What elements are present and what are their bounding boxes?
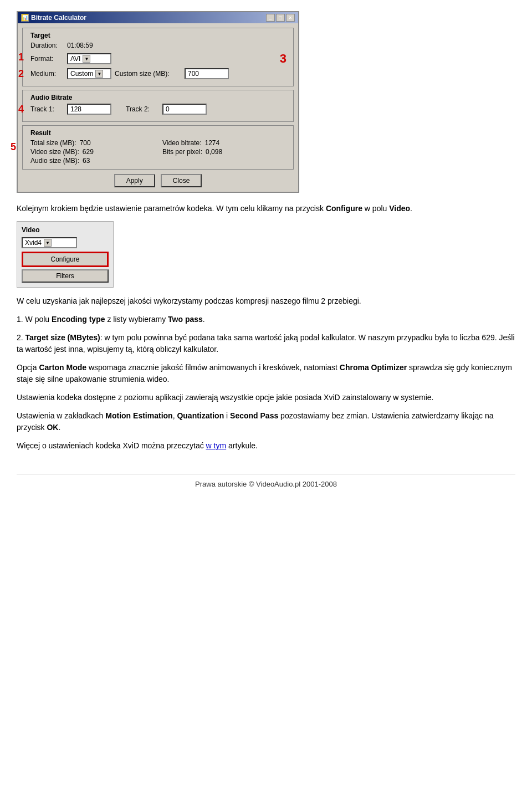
p1-dot: . [410,204,412,213]
marker-5: 5 [11,141,16,153]
marker-2: 2 [18,68,24,80]
video-bitrate-value: 1274 [205,139,220,147]
format-dropdown-value: AVI [70,55,80,63]
video-size-row: Video size (MB): 629 [30,148,157,156]
paragraph-5: Opcja Carton Mode wspomaga znacznie jako… [17,362,515,385]
custom-size-input[interactable]: 700 [185,68,229,79]
maximize-button[interactable]: □ [276,14,285,22]
window-buttons: Apply Close [22,174,294,187]
p3-bold2: Two pass [168,315,203,324]
track2-value: 0 [166,105,170,113]
paragraph-7: Ustawienia w zakładkach Motion Estimatio… [17,410,515,433]
p3-mid: z listy wybieramy [105,315,168,324]
codec-dropdown[interactable]: Xvid4 ▼ [22,237,77,248]
result-section-title: Result [30,129,289,137]
result-section: Result 5 Total size (MB): 700 Video bitr… [22,125,294,170]
audio-size-value: 63 [83,157,90,165]
medium-dropdown-arrow[interactable]: ▼ [95,70,103,78]
duration-label: Duration: [30,42,64,49]
footer-text: Prawa autorskie © VideoAudio.pl 2001-200… [195,480,337,488]
paragraph-6: Ustawienia kodeka dostępne z poziomu apl… [17,392,515,403]
minimize-button[interactable]: _ [266,14,275,22]
paragraph-4: 2. Target size (MBytes): w tym polu powi… [17,332,515,355]
p3-bold: Encoding type [52,315,105,324]
audio-tracks-row: 4 Track 1: 128 Track 2: 0 [30,104,289,115]
p5-text: Opcja [17,363,39,372]
p6-text: Ustawienia kodeka dostępne z poziomu apl… [17,393,433,402]
duration-value: 01:08:59 [67,42,93,49]
audio-size-label: Audio size (MB): [30,157,79,165]
video-bitrate-label: Video bitrate: [162,139,202,147]
duration-row: Duration: 01:08:59 [30,42,289,49]
result-grid: Total size (MB): 700 Video bitrate: 1274… [30,139,289,165]
custom-size-value: 700 [188,70,199,78]
p4-bold: Target size (MBytes) [25,333,100,342]
apply-button[interactable]: Apply [114,174,155,187]
total-size-label: Total size (MB): [30,139,76,147]
medium-row: 2 Medium: Custom ▼ Custom size (MB): 700 [30,68,289,79]
p3-text: W polu [23,315,52,324]
video-widget: Video Xvid4 ▼ Configure Filters [17,221,114,288]
video-widget-title: Video [22,226,109,234]
marker-3: 3 [280,52,287,66]
p7-bold3: Second Pass [230,411,278,420]
medium-label: Medium: [30,70,64,78]
p8-end: artykule. [226,441,258,450]
p8-link[interactable]: w tym [206,441,227,450]
track1-input[interactable]: 128 [67,104,111,115]
p4-num: 2. [17,333,23,342]
video-size-value: 629 [83,148,94,156]
p7-text: Ustawienia w zakładkach [17,411,105,420]
p3-num: 1. [17,315,23,324]
filters-button[interactable]: Filters [22,269,109,283]
p5-bold2: Chroma Optimizer [340,363,407,372]
codec-dropdown-arrow[interactable]: ▼ [44,239,52,247]
p2-text: W celu uzyskania jak najlepszej jakości … [17,296,361,305]
close-window-button[interactable]: × [286,14,295,22]
video-codec-row: Xvid4 ▼ [22,237,109,248]
audio-size-row: Audio size (MB): 63 [30,157,157,165]
paragraph-3: 1. W polu Encoding type z listy wybieram… [17,314,515,325]
p7-dot: . [58,423,60,432]
track2-input[interactable]: 0 [162,104,207,115]
medium-dropdown[interactable]: Custom ▼ [67,68,111,79]
paragraph-8: Więcej o ustawieniach kodeka XviD można … [17,440,515,452]
paragraph-2: W celu uzyskania jak najlepszej jakości … [17,295,515,307]
marker-4: 4 [18,104,24,115]
p1-video-bold: Video [389,204,410,213]
p5-mid: wspomaga znacznie jakość filmów animowan… [86,363,340,372]
window-icon: 📊 [21,14,29,22]
p1-configure-bold: Configure [326,204,362,213]
window-titlebar: 📊 Bitrate Calculator _ □ × [18,12,298,23]
video-size-label: Video size (MB): [30,148,79,156]
p7-bold2: Quantization [177,411,224,420]
target-section: Target Duration: 01:08:59 1 Format: AVI … [22,28,294,86]
total-size-row: Total size (MB): 700 [30,139,157,147]
format-dropdown-arrow[interactable]: ▼ [83,55,90,63]
audio-section: Audio Bitrate 4 Track 1: 128 Track 2: 0 [22,90,294,122]
bitrate-calculator-window: 📊 Bitrate Calculator _ □ × Target Durati… [17,11,299,193]
target-section-title: Target [30,32,289,39]
window-title: Bitrate Calculator [31,14,86,22]
audio-section-title: Audio Bitrate [30,94,289,101]
p7-bold4: OK [47,423,58,432]
window-controls[interactable]: _ □ × [266,14,295,22]
p7-bold1: Motion Estimation [105,411,172,420]
bits-per-pixel-label: Bits per pixel: [162,148,202,156]
configure-button[interactable]: Configure [22,252,109,267]
paragraph-1: Kolejnym krokiem będzie ustawienie param… [17,203,515,214]
format-dropdown[interactable]: AVI ▼ [67,53,111,64]
track2-label: Track 2: [126,105,159,113]
p1-end: w polu [362,204,389,213]
codec-value: Xvid4 [25,239,42,247]
format-row: 1 Format: AVI ▼ 3 [30,52,289,66]
p8-text: Więcej o ustawieniach kodeka XviD można … [17,441,206,450]
bits-per-pixel-value: 0,098 [206,148,222,156]
p7-mid2: i [224,411,230,420]
track1-value: 128 [70,105,81,113]
marker-1: 1 [18,52,24,63]
total-size-value: 700 [80,139,91,147]
close-button[interactable]: Close [161,174,202,187]
bits-per-pixel-row: Bits per pixel: 0,098 [162,148,289,156]
format-label: Format: [30,55,64,63]
